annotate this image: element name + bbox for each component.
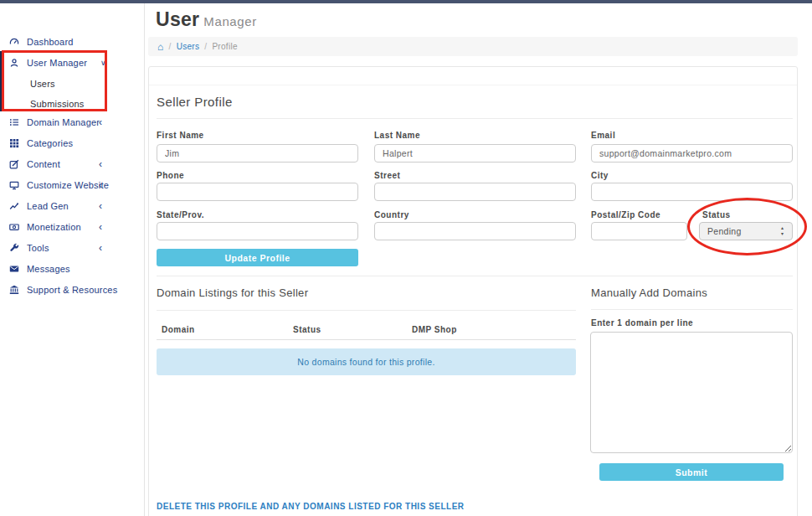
domain-listings-heading: Domain Listings for this Seller [157, 286, 308, 299]
sidebar-item-label: Lead Gen [27, 201, 69, 211]
envelope-icon [8, 263, 20, 275]
top-accent-bar [0, 0, 812, 3]
first-name-field[interactable] [157, 144, 358, 163]
sidebar-item-users[interactable]: Users [0, 75, 145, 92]
sidebar-item-label: Support & Resources [27, 285, 117, 295]
wrench-icon [8, 242, 20, 254]
sidebar-item-categories[interactable]: Categories [0, 135, 145, 152]
status-select[interactable]: Pending [699, 222, 793, 240]
dashboard-icon [8, 36, 20, 48]
divider [157, 276, 793, 276]
sidebar-item-submissions[interactable]: Submissions [0, 95, 145, 112]
bank-icon [8, 284, 20, 296]
breadcrumb-link-users[interactable]: Users [177, 42, 200, 51]
chevron-left-icon: ‹ [99, 159, 102, 169]
table-header-divider [157, 339, 576, 340]
sidebar-item-label: User Manager [27, 58, 87, 68]
sidebar-item-messages[interactable]: Messages [0, 261, 145, 277]
phone-field[interactable] [157, 183, 358, 201]
sidebar-item-label: Categories [27, 138, 73, 148]
sidebar-item-label: Submissions [30, 99, 85, 109]
sidebar-item-content[interactable]: Content ‹ [0, 156, 145, 173]
postal-field[interactable] [591, 222, 687, 240]
sidebar-item-domain-manager[interactable]: Domain Manager ‹ [0, 114, 145, 131]
chevron-down-icon: ∨ [100, 59, 106, 67]
update-profile-button[interactable]: Update Profile [157, 249, 358, 266]
breadcrumb-current-profile: Profile [212, 42, 237, 51]
user-icon [8, 57, 20, 69]
sidebar-item-label: Domain Manager [27, 117, 100, 127]
chevron-left-icon: ‹ [99, 222, 102, 232]
seller-profile-heading: Seller Profile [157, 95, 233, 109]
status-label: Status [702, 210, 731, 219]
page-title-secondary: Manager [203, 14, 256, 28]
house-icon[interactable]: ⌂ [157, 42, 164, 52]
sidebar-item-dashboard[interactable]: Dashboard [0, 34, 145, 50]
sidebar: Dashboard User Manager ∨ Users Submissio… [0, 0, 145, 516]
sidebar-item-customize-website[interactable]: Customize Website ‹ [0, 177, 145, 194]
sidebar-item-label: Content [27, 159, 60, 169]
postal-label: Postal/Zip Code [591, 210, 660, 219]
empty-domains-alert: No domains found for this profile. [157, 348, 576, 375]
sidebar-item-support-resources[interactable]: Support & Resources [0, 281, 145, 298]
email-field[interactable] [591, 144, 793, 163]
divider [591, 309, 793, 310]
add-domains-heading: Manually Add Domains [591, 286, 707, 299]
chart-icon [8, 200, 20, 212]
sidebar-item-label: Users [30, 79, 55, 89]
submit-button[interactable]: Submit [599, 463, 784, 481]
list-icon [8, 116, 20, 128]
chevron-left-icon: ‹ [99, 117, 102, 127]
street-field[interactable] [374, 183, 576, 201]
column-header-dmp-shop: DMP Shop [412, 325, 457, 334]
divider [157, 118, 793, 119]
city-field[interactable] [591, 183, 793, 201]
sidebar-item-tools[interactable]: Tools ‹ [0, 240, 145, 256]
sidebar-item-label: Dashboard [27, 37, 74, 47]
state-label: State/Prov. [157, 210, 204, 219]
desktop-icon [8, 179, 20, 191]
email-label: Email [591, 131, 615, 140]
sidebar-item-user-manager[interactable]: User Manager ∨ [0, 54, 145, 71]
sidebar-item-label: Customize Website [27, 180, 109, 190]
first-name-label: First Name [157, 131, 204, 140]
chevron-left-icon: ‹ [99, 243, 102, 253]
page-title-primary: User [156, 8, 199, 30]
grid-icon [8, 137, 20, 149]
edit-icon [8, 158, 20, 170]
sidebar-item-label: Tools [27, 243, 49, 253]
delete-profile-link[interactable]: DELETE THIS PROFILE AND ANY DOMAINS LIST… [157, 502, 465, 511]
state-field[interactable] [157, 222, 358, 240]
chevron-left-icon: ‹ [99, 180, 102, 190]
column-header-status: Status [293, 325, 321, 334]
card-divider [149, 85, 797, 85]
breadcrumb-separator: / [204, 42, 207, 51]
column-header-domain: Domain [162, 325, 195, 334]
street-label: Street [374, 171, 400, 180]
last-name-label: Last Name [374, 131, 420, 140]
sidebar-item-label: Messages [27, 264, 70, 274]
country-field[interactable] [374, 222, 576, 240]
page-title: UserManager [156, 8, 257, 31]
divider [157, 310, 576, 311]
breadcrumb-separator: / [169, 42, 172, 51]
sidebar-item-label: Monetization [27, 222, 81, 232]
phone-label: Phone [157, 171, 184, 180]
profile-card: Seller Profile First Name Last Name Emai… [148, 66, 798, 516]
city-label: City [591, 171, 609, 180]
last-name-field[interactable] [374, 144, 576, 163]
breadcrumb: ⌂ / Users / Profile [148, 37, 798, 56]
country-label: Country [374, 210, 409, 219]
add-domains-textarea[interactable] [590, 332, 793, 453]
sidebar-item-monetization[interactable]: Monetization ‹ [0, 219, 145, 235]
sidebar-item-lead-gen[interactable]: Lead Gen ‹ [0, 198, 145, 214]
add-domains-label: Enter 1 domain per line [591, 318, 693, 328]
chevron-left-icon: ‹ [99, 201, 102, 211]
money-icon [8, 221, 20, 233]
